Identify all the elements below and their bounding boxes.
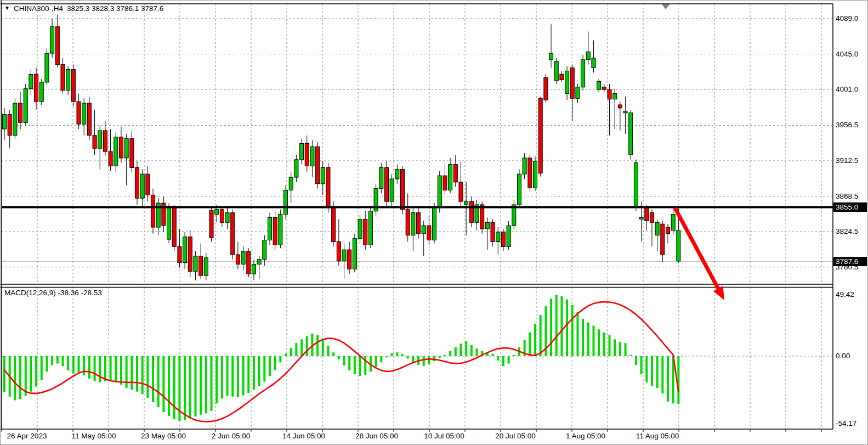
macd-tick-label: 0.00: [836, 352, 850, 360]
price-tick-label: 3912.5: [836, 156, 858, 165]
candle-body: [427, 226, 431, 240]
candle-body: [13, 103, 17, 136]
candle-body: [103, 131, 107, 151]
candle-body: [167, 206, 171, 239]
candle-body: [353, 239, 356, 269]
candle-body: [194, 256, 197, 272]
candle-body: [650, 213, 654, 223]
price-tick-label: 3956.5: [836, 121, 858, 129]
candle-body: [209, 210, 213, 238]
candle-body: [523, 158, 526, 174]
time-tick-label: 1 Aug 05:00: [566, 432, 605, 440]
candle-body: [677, 230, 680, 261]
candle-body: [71, 69, 75, 102]
candle-body: [645, 207, 649, 221]
candle-body: [124, 139, 128, 158]
candle-body: [597, 81, 601, 89]
candle-body: [236, 255, 240, 264]
candle-body: [273, 217, 277, 245]
candle-body: [151, 195, 155, 227]
candle-body: [225, 213, 229, 223]
price-tick-label: 3824.5: [836, 227, 858, 236]
candle-body: [443, 176, 447, 190]
candle-body: [93, 136, 97, 148]
candle-body: [491, 222, 495, 241]
candle-body: [268, 217, 272, 240]
chart-canvas[interactable]: [1, 1, 868, 445]
candle-body: [453, 165, 457, 182]
candle-body: [549, 53, 553, 60]
candle-body: [300, 143, 304, 159]
candle-body: [655, 222, 659, 235]
candle-body: [501, 232, 505, 246]
candle-body: [406, 210, 410, 235]
time-marker-icon: [662, 4, 670, 9]
candle-body: [231, 213, 235, 255]
candle-body: [395, 169, 399, 179]
symbol-marker-icon: ▼: [4, 5, 10, 11]
candle-body: [3, 115, 7, 129]
hline-price-label: 3855.0: [833, 202, 867, 212]
time-tick-label: 26 Apr 2023: [7, 432, 47, 440]
macd-tick-label: 49.42: [836, 290, 854, 299]
candle-body: [384, 167, 388, 201]
chart-window: ▼ CHINA300-,H4 3825.3 3828.3 3786.1 3787…: [0, 0, 868, 445]
candle-body: [178, 246, 181, 262]
candle-body: [50, 27, 54, 53]
candle-body: [279, 215, 282, 245]
candle-body: [289, 177, 293, 190]
time-tick-label: 2 Jun 05:00: [212, 432, 251, 440]
candle-body: [592, 58, 595, 68]
ohlc-values: 3825.3 3828.3 3786.1 3787.6: [67, 4, 163, 13]
candle-body: [576, 87, 580, 99]
time-tick-label: 14 Jun 05:00: [282, 432, 325, 440]
candle-body: [581, 60, 585, 87]
candle-body: [284, 190, 288, 215]
candle-body: [316, 147, 320, 184]
macd-tick-label: -54.17: [836, 419, 856, 428]
candle-body: [61, 65, 65, 91]
candle-body: [554, 61, 558, 81]
candle-body: [623, 111, 627, 113]
candle-body: [517, 174, 521, 205]
candle-body: [602, 87, 606, 89]
trend-arrow-shaft[interactable]: [675, 208, 719, 290]
candle-body: [528, 158, 532, 188]
macd-indicator-label: MACD(12,26,9) -38.36 -28.53: [4, 289, 102, 297]
time-tick-label: 23 May 05:00: [141, 432, 186, 440]
candle-body: [401, 169, 405, 209]
candle-body: [464, 201, 468, 205]
candle-body: [130, 139, 134, 168]
candle-body: [534, 161, 537, 188]
candle-body: [586, 52, 590, 60]
time-tick-label: 11 May 05:00: [72, 432, 116, 440]
candle-body: [140, 174, 144, 198]
candle-body: [368, 211, 372, 245]
candle-body: [671, 215, 675, 230]
candle-body: [215, 210, 219, 215]
candle-body: [634, 163, 638, 206]
candle-body: [183, 237, 187, 263]
candle-body: [321, 167, 325, 183]
candle-body: [119, 137, 123, 158]
candle-body: [544, 77, 548, 100]
candle-body: [305, 143, 309, 166]
candle-body: [496, 232, 500, 242]
chart-header: ▼ CHINA300-,H4 3825.3 3828.3 3786.1 3787…: [4, 4, 163, 13]
candle-body: [114, 137, 118, 166]
candle-body: [247, 251, 251, 274]
candle-body: [109, 151, 112, 166]
time-tick-label: 11 Aug 05:00: [636, 432, 679, 440]
candle-body: [433, 208, 436, 240]
candle-body: [77, 102, 81, 124]
candle-body: [507, 226, 510, 246]
time-tick-label: 28 Jun 05:00: [355, 432, 398, 440]
price-tick-label: 4089.0: [836, 14, 858, 23]
candle-body: [252, 264, 256, 274]
candle-body: [172, 206, 176, 246]
candle-body: [459, 182, 463, 201]
candle-body: [135, 167, 139, 198]
time-tick-label: 20 Jul 05:00: [495, 432, 536, 440]
candle-body: [342, 250, 346, 261]
candle-body: [337, 241, 341, 261]
